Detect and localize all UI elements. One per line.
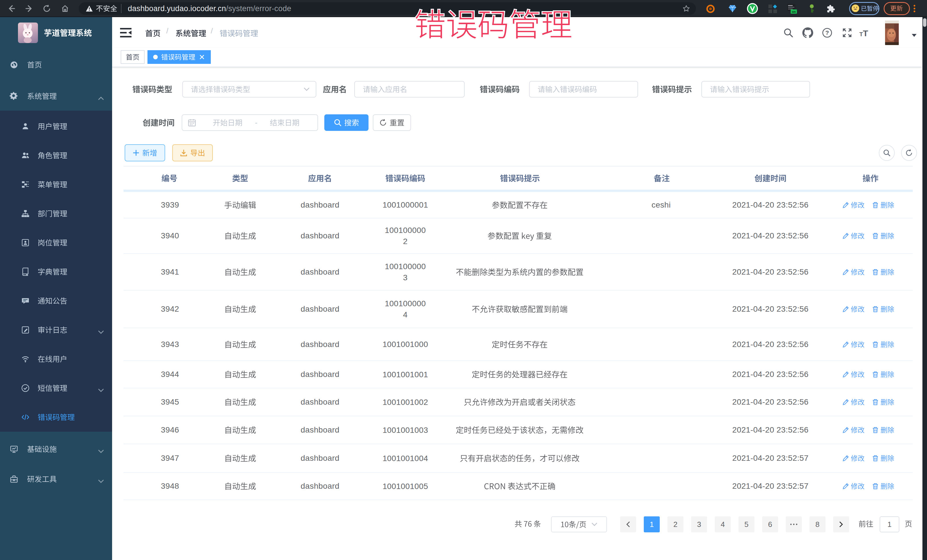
- svg-text:?: ?: [825, 29, 829, 36]
- svg-text:on: on: [792, 10, 796, 14]
